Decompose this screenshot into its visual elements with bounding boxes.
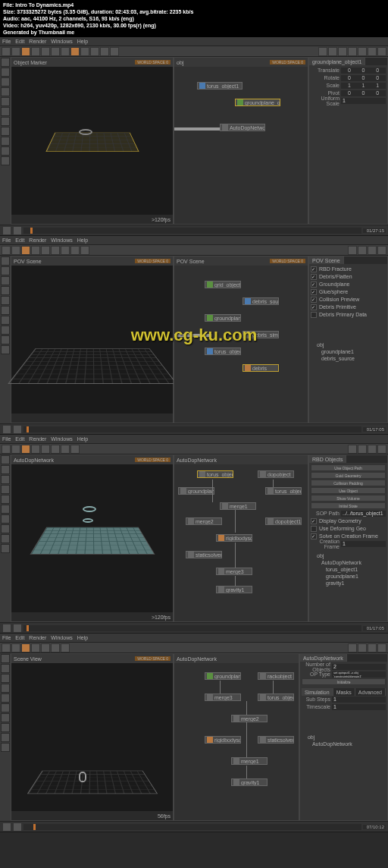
node[interactable]: gravity1 [231, 778, 268, 786]
network-view[interactable]: AutoDopNetwork torus_object1 dopobject g… [174, 454, 308, 622]
button[interactable]: Use Object [311, 487, 386, 494]
node[interactable]: torus_object2 [265, 487, 302, 495]
menu-windows[interactable]: Windows [51, 39, 72, 44]
node-groundplane[interactable]: groundplane_obje [235, 99, 280, 106]
button[interactable]: Use Object Path [311, 464, 386, 471]
menu-file[interactable]: File [2, 39, 11, 44]
tree-view[interactable]: obj groundplane1 debris_source [311, 341, 386, 362]
tool-icon[interactable] [1, 87, 10, 96]
shelf-icon[interactable] [338, 47, 347, 56]
node[interactable]: torus_object1 [197, 470, 233, 478]
node[interactable]: staticsolver1 [186, 551, 222, 558]
node[interactable]: groundplane1 [205, 672, 241, 680]
viewport[interactable]: Object MarkerWORLD SPACE 0 >120fps [11, 57, 174, 225]
shelf-icon[interactable] [358, 47, 367, 56]
node[interactable]: dopobject [258, 470, 294, 478]
node[interactable]: merge1 [220, 502, 256, 510]
node[interactable]: torus_object1 [258, 693, 294, 701]
tool-icon[interactable] [1, 127, 10, 136]
tool-icon[interactable] [1, 77, 10, 86]
tool-icon[interactable] [1, 58, 10, 67]
button[interactable]: Guid Geometry [311, 472, 386, 479]
menu-edit[interactable]: Edit [15, 39, 24, 44]
checkbox[interactable] [311, 266, 317, 272]
shelf-icon[interactable] [41, 47, 50, 56]
node[interactable]: groundplane1 [205, 314, 241, 322]
shelf-icon[interactable] [377, 47, 386, 56]
tab[interactable]: Advanced [355, 688, 386, 696]
shelf-icon[interactable] [2, 47, 11, 56]
checkbox[interactable] [311, 304, 317, 310]
tab[interactable]: Simulation [302, 688, 333, 696]
shelf-icon[interactable] [368, 47, 377, 56]
shelf-icon[interactable] [21, 47, 30, 56]
node[interactable]: merge2 [186, 517, 222, 525]
checkbox[interactable] [311, 518, 317, 524]
tool-icon[interactable] [1, 68, 10, 77]
node[interactable]: rackobject [258, 672, 294, 680]
button[interactable]: Show Volume [311, 495, 386, 502]
viewport[interactable]: AutoDopNetworkWORLD SPACE 0 >120fps [11, 454, 174, 622]
tree-view[interactable]: obj AutoDopNetwork [302, 734, 386, 747]
node[interactable]: staticsolver1 [258, 736, 294, 744]
checkbox[interactable] [311, 274, 317, 280]
play-icon[interactable] [2, 822, 11, 832]
node[interactable]: torus_object1 [205, 348, 241, 355]
node[interactable]: rigidbodysolver1 [216, 534, 252, 542]
timeline[interactable]: 01/17:05 [0, 423, 388, 434]
network-view[interactable]: objWORLD SPACE 0 torus_object1 groundpla… [174, 57, 308, 225]
tool-icon[interactable] [1, 156, 10, 165]
shelf-icon[interactable] [31, 47, 40, 56]
step-icon[interactable] [13, 226, 22, 235]
tool-icon[interactable] [1, 146, 10, 156]
shelf-icon[interactable] [61, 47, 70, 56]
network-path[interactable]: obj [177, 60, 183, 65]
shelf-icon[interactable] [318, 47, 327, 56]
node-autodop[interactable]: AutoDopNetwork [220, 124, 265, 131]
node[interactable]: groundplane1 [178, 487, 214, 495]
tree-view[interactable]: obj AutoDopNetwork torus_object1 groundp… [311, 552, 386, 587]
node[interactable]: debris [242, 364, 279, 372]
viewport[interactable]: Scene ViewWORLD SPACE 0 56fps [11, 653, 174, 821]
button[interactable]: Collision Padding [311, 480, 386, 486]
init-button[interactable]: Initialize [302, 678, 386, 685]
node-torus[interactable]: torus_object1 [197, 82, 242, 90]
node[interactable]: merge1 [231, 757, 268, 765]
checkbox[interactable] [311, 289, 317, 295]
node[interactable]: merge3 [205, 693, 241, 701]
node[interactable]: dopobject1 [265, 517, 302, 525]
shelf-icon[interactable] [11, 47, 20, 56]
node[interactable]: grid_object1 [205, 281, 241, 288]
shelf-icon[interactable] [328, 47, 337, 56]
node[interactable]: gravity1 [216, 586, 252, 593]
shelf-icon[interactable] [100, 47, 109, 56]
timeline[interactable]: 01/17:05 [0, 622, 388, 633]
play-icon[interactable] [2, 425, 11, 434]
button[interactable]: Initial State [311, 502, 386, 509]
checkbox[interactable] [311, 281, 317, 288]
checkbox[interactable] [311, 526, 317, 532]
checkbox[interactable] [311, 297, 317, 303]
network-view[interactable]: AutoDopNetwork groundplane1 rackobject m… [174, 653, 299, 821]
menu-help[interactable]: Help [77, 39, 88, 44]
param-tab[interactable]: groundplane_object1 [309, 58, 365, 65]
shelf-icon[interactable] [90, 47, 99, 56]
tool-icon[interactable] [1, 97, 10, 106]
tool-icon[interactable] [1, 107, 10, 116]
tab[interactable]: Masks [333, 688, 355, 696]
play-icon[interactable] [2, 226, 11, 235]
menu-render[interactable]: Render [29, 39, 46, 44]
checkbox[interactable] [311, 533, 317, 539]
timeline[interactable]: 07/10:12 [0, 821, 388, 832]
shelf-icon[interactable] [80, 47, 89, 56]
node[interactable]: rigidbodysolver1 [205, 736, 241, 744]
shelf-icon[interactable] [51, 47, 60, 56]
node[interactable]: merge3 [216, 568, 252, 575]
tool-icon[interactable] [1, 137, 10, 146]
tool-icon[interactable] [1, 117, 10, 126]
checkbox[interactable] [311, 312, 317, 318]
shelf-icon[interactable] [70, 47, 80, 56]
shelf-icon[interactable] [348, 47, 357, 56]
timeline[interactable]: 01/27:15 [0, 225, 388, 235]
node[interactable]: merge2 [231, 715, 268, 722]
